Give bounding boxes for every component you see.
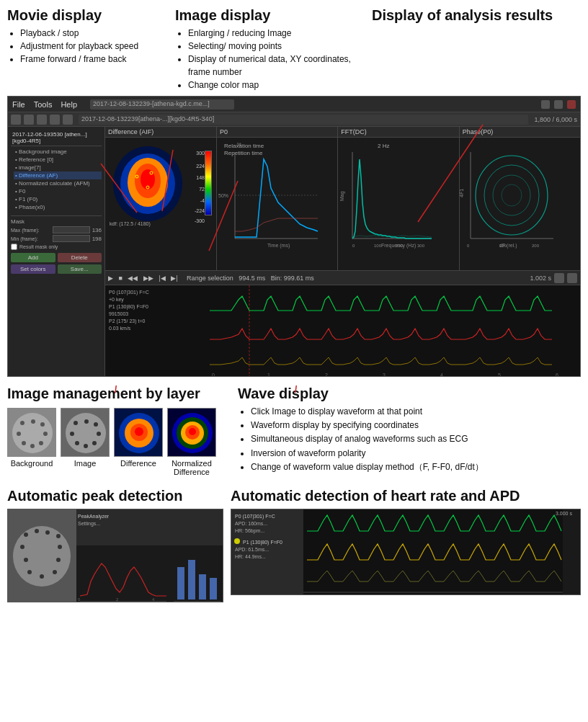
svg-point-93 <box>35 529 39 533</box>
toolbar-btn-2[interactable] <box>24 115 34 125</box>
svg-point-30 <box>493 175 530 215</box>
sidebar-item-phase[interactable]: • Phase(x0) <box>14 203 102 211</box>
sidebar-item-f0[interactable]: • F0 <box>14 187 102 195</box>
peak-detection-title: Automatic peak detection <box>7 488 223 504</box>
close-btn[interactable] <box>567 100 576 109</box>
svg-point-65 <box>30 444 35 448</box>
stats-row-2: Min (frame): 198 <box>11 235 102 242</box>
p0-panel: P0 Relaxation time Repetition time 50% <box>217 127 338 270</box>
thumbnail-background: Background <box>7 408 56 476</box>
svg-point-71 <box>94 422 98 427</box>
svg-point-31 <box>502 184 522 206</box>
save-button[interactable]: Save... <box>58 264 102 274</box>
maximize-btn[interactable] <box>554 100 563 109</box>
panels-row: Difference (AIF) <box>105 127 580 271</box>
sidebar-item-background[interactable]: • Background image <box>14 148 102 156</box>
minimize-btn[interactable] <box>541 100 550 109</box>
svg-text:2 Hz: 2 Hz <box>378 143 389 149</box>
fft-title: FFT(DC) <box>338 127 458 138</box>
norm-thumbnail-svg <box>168 409 216 457</box>
main-toolbar: 2017-12-08-132239[athena-...][kgd0-4R5-3… <box>8 112 580 127</box>
main-content: Difference (AIF) <box>105 127 580 376</box>
color-scale-bar <box>205 151 212 215</box>
sidebar-item-normalized[interactable]: • Normalized calculate (AFM) <box>14 179 102 187</box>
movie-item-2: Adjustment for playback speed <box>20 40 166 53</box>
norm-thumbnail-img <box>167 408 216 457</box>
set-colors-button[interactable]: Set colors <box>11 264 55 274</box>
wave-item-4: Inversion of waveform polarity <box>251 447 581 460</box>
sidebar-item-image7[interactable]: • image[7] <box>14 164 102 171</box>
toolbar-btn-3[interactable] <box>37 115 47 125</box>
result-mask-checkbox[interactable] <box>11 244 17 250</box>
bg-label: Background <box>7 459 56 468</box>
menu-file[interactable]: File <box>12 100 25 109</box>
image-item-3: Display of numerical data, XY coordinate… <box>188 53 362 79</box>
wave-display-title: Wave display <box>238 385 581 402</box>
svg-text:100: 100 <box>499 244 507 248</box>
sidebar-item-difference[interactable]: • Difference (AF) <box>14 171 102 179</box>
heart-rate-svg: P0 (107|301) F=C APD: 160ms... HR: 56bpm… <box>231 509 580 594</box>
p0-title: P0 <box>217 127 337 138</box>
fft-chart: 2 Hz Frequency (Hz) Mag 0 <box>338 138 458 267</box>
max-value: 136 <box>92 227 102 233</box>
diff-label: Difference <box>114 459 163 468</box>
svg-point-94 <box>45 530 50 535</box>
app-inner: 2017-12-06-193530 [athen...][kgd0-4R5] •… <box>8 127 580 376</box>
wave-toolbar-right: 1.002 s <box>530 273 577 283</box>
wave-config-btn[interactable] <box>554 273 564 283</box>
diff-thumbnail-svg <box>115 409 163 457</box>
svg-rect-112 <box>199 574 206 600</box>
svg-text:kdf: (172.5 / 4180): kdf: (172.5 / 4180) <box>110 221 151 227</box>
max-input[interactable] <box>53 226 90 233</box>
svg-text:0: 0 <box>352 244 355 248</box>
p0-chart: Relaxation time Repetition time 50% <box>217 138 337 267</box>
svg-text:P0 (107|301) F=C: P0 (107|301) F=C <box>109 290 149 295</box>
wave-item-2: Waveform display by specifying coordinat… <box>251 419 581 432</box>
diff-thumbnail-img <box>114 408 163 457</box>
svg-text:5: 5 <box>563 594 566 594</box>
svg-text:9915003: 9915003 <box>109 311 128 316</box>
menu-help[interactable]: Help <box>61 100 77 109</box>
movie-display-title: Movie display <box>7 7 166 24</box>
time-display: 1.002 s <box>530 275 551 282</box>
min-value: 198 <box>92 236 102 242</box>
movie-item-1: Playback / stop <box>20 27 166 40</box>
svg-point-75 <box>84 444 88 448</box>
svg-text:P2 (175/ 23) t=0: P2 (175/ 23) t=0 <box>109 318 146 324</box>
phase-chart: dF (rel.) 4F1 0 100 200 <box>460 138 580 267</box>
wave-item-3: Simultaneous display of analog waveforms… <box>251 432 581 446</box>
app-area: File Tools Help 2017-12-08-132239-[athen… <box>7 96 581 377</box>
sidebar-item-reference[interactable]: • Reference [0] <box>14 156 102 164</box>
add-button[interactable]: Add <box>11 253 55 262</box>
thumbnail-image: Image <box>61 408 110 476</box>
svg-text:P1 (130|80) F=F0: P1 (130|80) F=F0 <box>243 540 282 545</box>
toolbar-btn-1[interactable] <box>11 115 21 125</box>
min-input[interactable] <box>53 235 90 242</box>
menu-tools[interactable]: Tools <box>34 100 53 109</box>
sidebar-item-f1[interactable]: • F1 (F0) <box>14 195 102 203</box>
toolbar-btn-5[interactable] <box>63 115 73 125</box>
svg-point-92 <box>24 532 28 537</box>
max-label: Max (frame): <box>11 228 50 233</box>
sidebar: 2017-12-06-193530 [athen...][kgd0-4R5] •… <box>8 127 105 376</box>
svg-text:%: % <box>237 142 241 147</box>
svg-text:P0 (107|301) F=C: P0 (107|301) F=C <box>235 514 275 520</box>
bg-thumbnail-img <box>7 408 56 457</box>
img-thumbnail-img <box>61 408 110 457</box>
svg-text:HR: 56bpm...: HR: 56bpm... <box>235 528 264 534</box>
page-container: Movie display Playback / stop Adjustment… <box>0 0 588 610</box>
waveform-svg: P0 (107|301) F=C +0 key P1 (130|80) F=F0… <box>105 285 580 376</box>
sidebar-header: 2017-12-06-193530 [athen...][kgd0-4R5] <box>11 130 102 146</box>
wave-zoom-btn[interactable] <box>567 273 577 283</box>
svg-text:50%: 50% <box>218 193 228 198</box>
thumbnails-row: Background <box>7 408 231 476</box>
norm-label: NormalizedDifference <box>167 459 216 476</box>
delete-button[interactable]: Delete <box>58 253 102 262</box>
svg-point-102 <box>53 570 57 574</box>
heart-rate-section: Automatic detection of heart rate and AP… <box>231 488 581 602</box>
svg-text:2: 2 <box>325 373 328 376</box>
svg-point-96 <box>20 545 24 549</box>
image-management-title: Image management by layer <box>7 385 231 402</box>
svg-rect-111 <box>188 560 195 600</box>
toolbar-btn-4[interactable] <box>50 115 60 125</box>
